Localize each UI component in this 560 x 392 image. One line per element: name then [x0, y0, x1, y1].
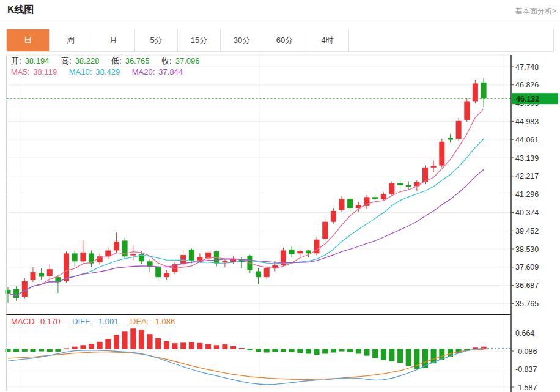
- svg-text:46.826: 46.826: [515, 81, 539, 89]
- svg-text:35.765: 35.765: [515, 300, 539, 308]
- candlestick-series: [6, 78, 487, 303]
- price-axis-labels: 47.74846.82645.90544.98344.06143.13942.2…: [511, 63, 539, 392]
- tab-month[interactable]: 月: [92, 29, 135, 51]
- svg-text:42.217: 42.217: [515, 172, 539, 180]
- ma10-line: [8, 139, 484, 295]
- gridlines: [7, 55, 512, 390]
- header-divider: [0, 20, 560, 20]
- svg-text:-0.837: -0.837: [515, 365, 537, 374]
- dea-line: [8, 349, 484, 379]
- tab-30min[interactable]: 30分: [221, 29, 263, 51]
- kline-app: K线图 基本面分析> 日周月5分15分30分60分4时 47.74846.826…: [0, 0, 560, 392]
- tab-15min[interactable]: 15分: [178, 29, 221, 51]
- svg-text:0.664: 0.664: [515, 329, 534, 338]
- svg-text:44.983: 44.983: [515, 117, 539, 126]
- svg-text:-0.086: -0.086: [515, 347, 537, 356]
- ma5-line: [8, 109, 484, 296]
- svg-text:39.452: 39.452: [515, 227, 539, 235]
- interval-tabs: 日周月5分15分30分60分4时: [6, 29, 554, 52]
- tab-4hour[interactable]: 4时: [306, 29, 349, 51]
- svg-text:37.609: 37.609: [515, 263, 539, 272]
- fundamental-analysis-link[interactable]: 基本面分析>: [515, 6, 556, 17]
- svg-text:47.748: 47.748: [515, 63, 539, 72]
- svg-text:40.374: 40.374: [515, 209, 539, 217]
- chart-svg[interactable]: 47.74846.82645.90544.98344.06143.13942.2…: [0, 54, 560, 392]
- tab-5min[interactable]: 5分: [135, 29, 178, 51]
- diff-line: [8, 348, 484, 384]
- svg-text:38.530: 38.530: [515, 245, 539, 254]
- current-price-badge-value: 46.132: [516, 95, 539, 103]
- tab-day[interactable]: 日: [7, 29, 50, 51]
- svg-text:41.296: 41.296: [515, 190, 539, 199]
- macd-histogram: [6, 328, 487, 369]
- tab-week[interactable]: 周: [50, 29, 92, 51]
- page-title: K线图: [7, 4, 34, 17]
- tab-60min[interactable]: 60分: [263, 29, 306, 51]
- svg-text:-1.587: -1.587: [515, 383, 537, 392]
- svg-text:44.061: 44.061: [515, 136, 539, 144]
- svg-text:43.139: 43.139: [515, 154, 539, 163]
- svg-text:36.687: 36.687: [515, 281, 539, 290]
